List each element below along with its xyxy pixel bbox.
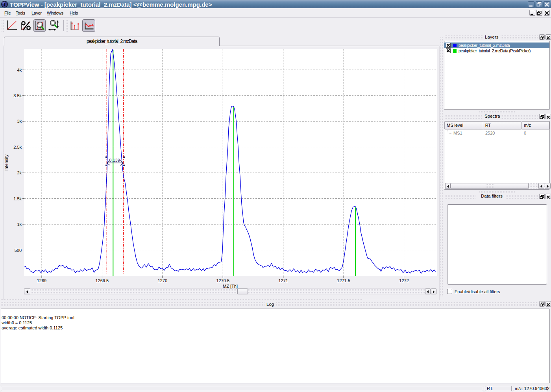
svg-text:4k: 4k: [17, 68, 22, 72]
svg-text:1270.5: 1270.5: [216, 278, 229, 283]
svg-text:1.5k: 1.5k: [13, 196, 22, 201]
svg-text:Intensity: Intensity: [4, 154, 9, 170]
svg-text:3.5k: 3.5k: [13, 93, 22, 98]
svg-text:MZ [Th]: MZ [Th]: [223, 284, 238, 288]
svg-text:1269.5: 1269.5: [96, 278, 109, 283]
svg-text:1269: 1269: [37, 278, 46, 283]
svg-text:1k: 1k: [17, 222, 22, 227]
svg-text:2k: 2k: [17, 170, 22, 175]
svg-text:3k: 3k: [17, 119, 22, 124]
svg-text:1270: 1270: [158, 278, 167, 283]
svg-text:1271.5: 1271.5: [337, 278, 350, 283]
svg-text:T: T: [3, 2, 6, 7]
svg-text:1272: 1272: [399, 278, 409, 283]
svg-text:2.5k: 2.5k: [13, 145, 22, 150]
svg-text:0.139: 0.139: [109, 158, 120, 163]
svg-text:500: 500: [15, 248, 22, 253]
svg-text:1271: 1271: [278, 278, 288, 283]
